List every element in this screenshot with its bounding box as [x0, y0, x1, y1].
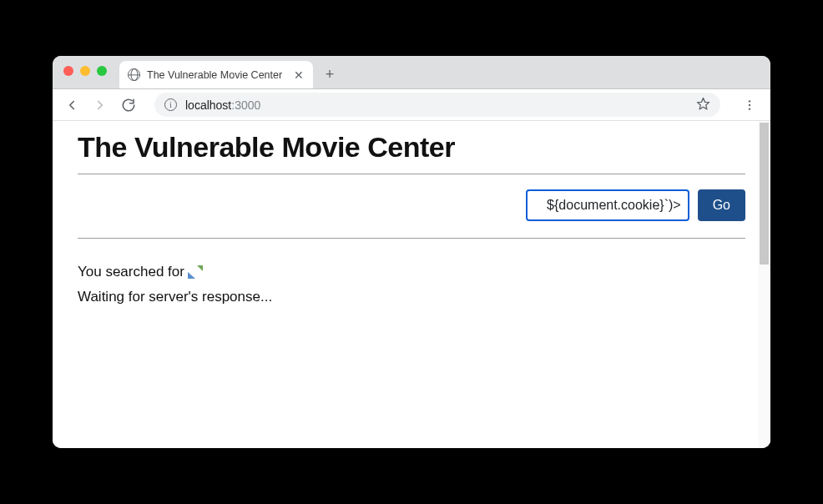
- search-echo-line: You searched for: [78, 264, 745, 280]
- tab-title: The Vulnerable Movie Center: [147, 69, 286, 81]
- back-button[interactable]: [59, 93, 84, 118]
- minimize-window-button[interactable]: [80, 66, 90, 76]
- broken-image-icon: [188, 265, 203, 279]
- browser-menu-button[interactable]: [735, 93, 764, 118]
- page-content: The Vulnerable Movie Center Go You searc…: [53, 121, 770, 330]
- svg-point-2: [749, 103, 750, 105]
- browser-tab[interactable]: The Vulnerable Movie Center ✕: [119, 61, 313, 88]
- divider: [78, 238, 745, 239]
- url-host: localhost: [185, 98, 231, 112]
- reload-button[interactable]: [116, 93, 141, 118]
- url-text: localhost:3000: [185, 98, 688, 112]
- browser-window: The Vulnerable Movie Center ✕ + i localh…: [53, 56, 770, 448]
- result-prefix: You searched for: [78, 264, 184, 280]
- bookmark-star-icon[interactable]: [696, 97, 710, 113]
- site-info-icon[interactable]: i: [164, 98, 177, 111]
- search-input[interactable]: [526, 189, 689, 221]
- results-area: You searched for Waiting for server's re…: [78, 242, 745, 305]
- titlebar: The Vulnerable Movie Center ✕ +: [53, 56, 770, 89]
- page-viewport: The Vulnerable Movie Center Go You searc…: [53, 121, 770, 448]
- svg-point-1: [749, 100, 750, 102]
- svg-marker-0: [697, 98, 709, 108]
- forward-button[interactable]: [88, 93, 113, 118]
- window-controls: [63, 66, 107, 76]
- close-tab-button[interactable]: ✕: [293, 69, 305, 81]
- page-title: The Vulnerable Movie Center: [78, 131, 745, 170]
- scrollbar-thumb[interactable]: [760, 123, 769, 265]
- maximize-window-button[interactable]: [97, 66, 107, 76]
- go-button[interactable]: Go: [698, 189, 745, 221]
- url-port: :3000: [231, 98, 260, 112]
- search-form: Go: [78, 178, 745, 234]
- new-tab-button[interactable]: +: [318, 63, 341, 86]
- divider: [78, 174, 745, 174]
- globe-icon: [128, 68, 140, 81]
- address-bar[interactable]: i localhost:3000: [154, 93, 720, 117]
- toolbar: i localhost:3000: [53, 89, 770, 121]
- svg-point-3: [749, 108, 750, 109]
- close-window-button[interactable]: [63, 66, 73, 76]
- vertical-scrollbar[interactable]: [758, 121, 770, 448]
- waiting-line: Waiting for server's response...: [78, 289, 745, 305]
